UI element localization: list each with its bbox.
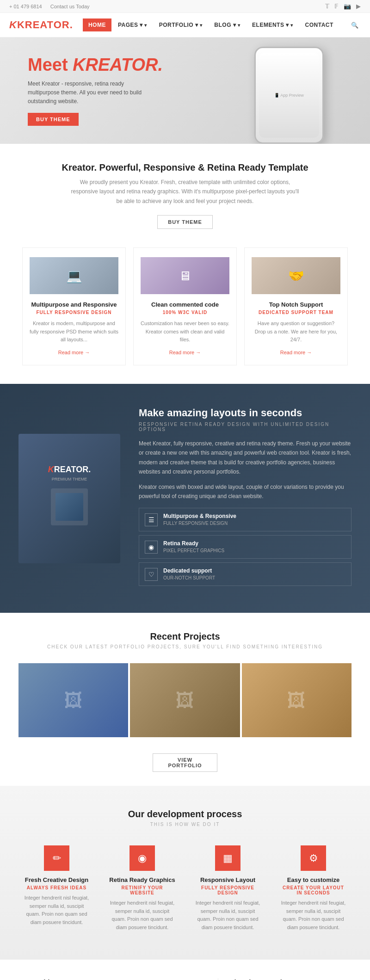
responsive-icon: ☰: [145, 513, 158, 526]
feature-card-desc-1: Kreator is modern, multipurpose and full…: [30, 320, 118, 344]
portfolio-item-1[interactable]: 🖼 VIEW: [18, 663, 128, 737]
testimonial-title: What they say about us: [228, 978, 352, 980]
nav-pages[interactable]: PAGES ▾: [112, 18, 153, 31]
dark-title: Make amazing layouts in seconds: [139, 407, 352, 419]
product-box: KREATOR. PREMIUM THEME: [18, 434, 120, 563]
feature-card-subtitle-3: DEDICATED SUPPORT TEAM: [252, 310, 340, 315]
portfolio-subtitle: CHECK OUR LATEST PORTFOLIO PROJECTS, SUR…: [9, 644, 361, 649]
dark-desc-2: Kreator comes with boxed and wide layout…: [139, 482, 352, 501]
dev-card-subtitle-4: CREATE YOUR LAYOUT IN SECONDS: [280, 885, 347, 895]
dev-card-3: ▦ Responsive Layout FULLY RESPONSIVE DES…: [190, 841, 266, 936]
dev-card-desc-4: Integer hendrerit nisl feugiat, semper n…: [280, 899, 347, 931]
dark-feature-text-1: Multipurpose & Responsive FULLY RESPONSI…: [163, 513, 236, 526]
hero-content: Meet KREATOR. Meet Kreator - responsive,…: [28, 55, 163, 126]
dark-feature-item-3: ♡ Dedicated support OUR-NOTCH SUPPORT: [139, 562, 352, 586]
dev-card-title-2: Retina Ready Graphics: [109, 876, 176, 883]
topbar: + 01 479 6814 Contact us Today 𝕋 𝔽 📷 ▶: [0, 0, 370, 13]
topbar-email[interactable]: Contact us Today: [50, 4, 90, 9]
dev-card-desc-3: Integer hendrerit nisl feugiat, semper n…: [194, 899, 261, 931]
feature-card-desc-2: Customization has never been so easy. Kr…: [141, 320, 229, 344]
dev-process-subtitle: THIS IS HOW WE DO IT: [18, 822, 352, 827]
hero-title-prefix: Meet: [28, 55, 73, 74]
hero-buy-button[interactable]: BUY THEME: [28, 113, 79, 126]
feature-card-title-2: Clean commented code: [141, 301, 229, 308]
support-icon: ♡: [145, 568, 158, 581]
feature-card-img-code: 🖥: [141, 257, 229, 294]
topbar-phone: + 01 479 6814: [9, 4, 42, 9]
features-intro-desc: We proudly present you Kreator. Fresh, c…: [69, 178, 301, 206]
product-box-logo: KREATOR.: [48, 465, 91, 475]
nav-blog[interactable]: BLOG ▾: [209, 18, 246, 31]
topbar-social: 𝕋 𝔽 📷 ▶: [321, 3, 361, 10]
portfolio-item-2[interactable]: 🖼 VIEW: [130, 663, 240, 737]
vimeo-icon[interactable]: ▶: [356, 3, 361, 10]
dark-subtitle: RESPONSIVE RETINA READY DESIGN WITH UNLI…: [139, 422, 352, 432]
feature-card-read-more-3[interactable]: Read more →: [280, 350, 312, 355]
facebook-icon[interactable]: 𝔽: [334, 3, 339, 10]
view-portfolio-button[interactable]: VIEW PORTFOLIO: [153, 753, 217, 772]
feature-card-title-3: Top Notch Support: [252, 301, 340, 308]
hero-section: Meet KREATOR. Meet Kreator - responsive,…: [0, 37, 370, 144]
blog-testimonial-section: Recent blog posts LATEST NEWS FROM OUR C…: [0, 960, 370, 980]
feature-card-desc-3: Have any question or suggestion? Drop us…: [252, 320, 340, 344]
dev-card-desc-1: Integer hendrerit nisl feugiat, semper n…: [23, 894, 90, 926]
dev-card-1: ✏ Fresh Creative Design ALWAYS FRESH IDE…: [18, 841, 95, 936]
feature-card-img-support: 🤝: [252, 257, 340, 294]
dark-feature-text-2: Retina Ready PIXEL PERFECT GRAPHICS: [163, 540, 224, 554]
dark-desc-1: Meet Kreator, fully responsive, creative…: [139, 439, 352, 477]
feature-card-img-responsive: 💻: [30, 257, 118, 294]
feature-card-title-1: Multipurpose and Responsive: [30, 301, 118, 308]
responsive-layout-icon: ▦: [215, 845, 240, 871]
dev-cards: ✏ Fresh Creative Design ALWAYS FRESH IDE…: [18, 841, 352, 936]
features-intro-title: Kreator. Powerful, Responsive & Retina R…: [28, 162, 342, 173]
feature-cards-section: 💻 Multipurpose and Responsive FULLY RESP…: [0, 238, 370, 384]
dev-card-subtitle-2: RETINIFY YOUR WEBSITE: [109, 885, 176, 895]
feature-card-responsive: 💻 Multipurpose and Responsive FULLY RESP…: [22, 247, 126, 365]
hero-title-main: KREATOR.: [73, 55, 163, 74]
nav-contact[interactable]: CONTACT: [300, 18, 339, 31]
dev-card-title-1: Fresh Creative Design: [23, 876, 90, 883]
dev-card-2: ◉ Retina Ready Graphics RETINIFY YOUR WE…: [104, 841, 180, 936]
dev-process-section: Our development process THIS IS HOW WE D…: [0, 786, 370, 959]
recent-projects-title: Recent Projects CHECK OUR LATEST PORTFOL…: [0, 613, 370, 654]
features-intro: Kreator. Powerful, Responsive & Retina R…: [0, 144, 370, 238]
nav-elements[interactable]: ELEMENTS ▾: [247, 18, 298, 31]
dev-card-title-4: Easy to customize: [280, 876, 347, 883]
dark-feature-list: ☰ Multipurpose & Responsive FULLY RESPON…: [139, 508, 352, 586]
site-logo[interactable]: KKREATOR.: [9, 19, 73, 31]
portfolio-item-3[interactable]: 🖼 VIEW: [242, 663, 352, 737]
dark-feature-text-3: Dedicated support OUR-NOTCH SUPPORT: [163, 567, 215, 581]
main-nav: HOME PAGES ▾ PORTFOLIO ▾ BLOG ▾ ELEMENTS…: [83, 18, 339, 31]
feature-card-subtitle-2: 100% W3C VALID: [141, 310, 229, 315]
creative-design-icon: ✏: [44, 845, 69, 871]
portfolio-grid: 🖼 VIEW 🖼 VIEW 🖼 VIEW: [0, 654, 370, 746]
feature-card-read-more-2[interactable]: Read more →: [169, 350, 201, 355]
dev-card-subtitle-3: FULLY RESPONSIVE DESIGN: [194, 885, 261, 895]
portfolio-title: Recent Projects: [9, 631, 361, 642]
retina-graphics-icon: ◉: [130, 845, 155, 871]
customize-icon: ⚙: [301, 845, 326, 871]
product-box-content: KREATOR. PREMIUM THEME: [48, 465, 91, 532]
instagram-icon[interactable]: 📷: [344, 3, 351, 10]
search-icon[interactable]: 🔍: [349, 19, 361, 31]
dev-card-subtitle-1: ALWAYS FRESH IDEAS: [23, 885, 90, 890]
dark-section-content: Make amazing layouts in seconds RESPONSI…: [139, 407, 352, 590]
feature-card-read-more-1[interactable]: Read more →: [58, 350, 90, 355]
dev-card-4: ⚙ Easy to customize CREATE YOUR LAYOUT I…: [275, 841, 352, 936]
testimonial-section: What they say about us WORDS FROM OUR HA…: [218, 978, 352, 980]
twitter-icon[interactable]: 𝕋: [325, 3, 329, 10]
hero-phone-mockup: 📱 App Preview: [254, 47, 324, 144]
hero-subtitle: Meet Kreator - responsive, retina ready …: [28, 80, 148, 106]
nav-portfolio[interactable]: PORTFOLIO ▾: [154, 18, 208, 31]
navbar: KKREATOR. HOME PAGES ▾ PORTFOLIO ▾ BLOG …: [0, 13, 370, 37]
dark-feature-item-2: ◉ Retina Ready PIXEL PERFECT GRAPHICS: [139, 535, 352, 559]
retina-icon: ◉: [145, 541, 158, 554]
feature-card-support: 🤝 Top Notch Support DEDICATED SUPPORT TE…: [244, 247, 348, 365]
dev-process-title: Our development process: [18, 809, 352, 820]
blog-title: Recent blog posts: [18, 978, 204, 980]
blog-section: Recent blog posts LATEST NEWS FROM OUR C…: [18, 978, 218, 980]
nav-home[interactable]: HOME: [83, 18, 111, 31]
features-buy-button[interactable]: BUY THEME: [157, 215, 213, 229]
dev-card-desc-2: Integer hendrerit nisl feugiat, semper n…: [109, 899, 176, 931]
feature-card-code: 🖥 Clean commented code 100% W3C VALID Cu…: [133, 247, 237, 365]
